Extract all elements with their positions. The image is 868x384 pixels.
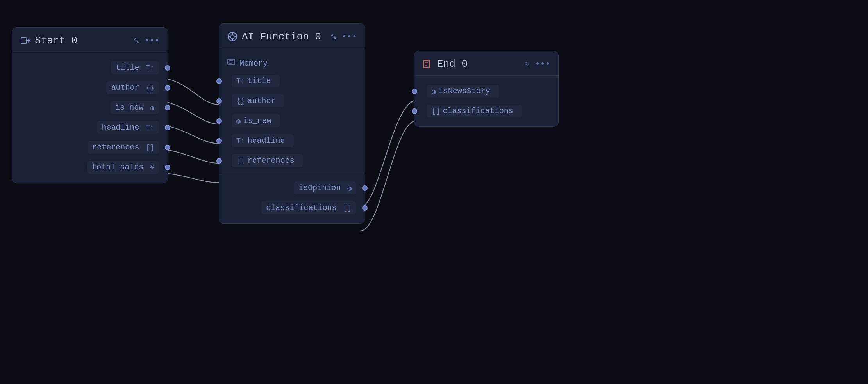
ai-is-new-port-in[interactable] [216, 118, 222, 124]
svg-point-2 [230, 35, 234, 39]
start-field-author: author {} [12, 78, 168, 98]
start-is-new-port[interactable] [165, 105, 170, 110]
ai-references-port-in[interactable] [216, 158, 222, 164]
start-edit-button[interactable]: ✎ [134, 36, 139, 46]
start-node-body: title T↑ author {} is_new ◑ [12, 52, 168, 183]
ai-function-node[interactable]: AI Function 0 ✎ ••• Memory [219, 23, 365, 224]
ai-node-header: AI Function 0 ✎ ••• [219, 24, 365, 48]
start-node[interactable]: Start 0 ✎ ••• title T↑ author {} [12, 27, 168, 183]
start-node-title: Start 0 [35, 35, 130, 46]
end-edit-button[interactable]: ✎ [524, 59, 529, 69]
ai-author-type: {} [236, 97, 245, 105]
ai-headline-label: headline [248, 136, 285, 145]
start-is-new-label: is_new [115, 103, 143, 112]
end-node-body: ◑ isNewsStory [] classifications [414, 76, 558, 126]
start-total-sales-type: # [150, 164, 154, 171]
ai-is-opinion-port-out[interactable] [362, 185, 368, 191]
end-is-news-story-type: ◑ [432, 87, 436, 96]
start-references-port[interactable] [165, 145, 170, 150]
svg-rect-0 [21, 38, 27, 43]
end-is-news-story-label: isNewsStory [439, 87, 490, 96]
ai-edit-button[interactable]: ✎ [331, 32, 336, 42]
ai-node-body: Memory T↑ title {} author [219, 48, 365, 223]
start-total-sales-label: total_sales [92, 163, 143, 172]
ai-references-type: [] [236, 157, 245, 165]
start-field-headline: headline T↑ [12, 117, 168, 137]
start-field-references: references [] [12, 137, 168, 157]
ai-is-new-type: ◑ [236, 117, 241, 125]
end-is-news-story-port-in[interactable] [412, 89, 417, 94]
start-title-port[interactable] [165, 65, 170, 71]
ai-output-section: isOpinion ◑ classifications [] [219, 173, 365, 218]
end-icon [422, 59, 433, 69]
start-node-header: Start 0 ✎ ••• [12, 28, 168, 52]
start-is-new-type: ◑ [150, 103, 154, 112]
ai-icon [227, 31, 238, 42]
start-field-title: title T↑ [12, 58, 168, 78]
start-headline-port[interactable] [165, 125, 170, 130]
start-more-button[interactable]: ••• [144, 36, 160, 46]
end-more-button[interactable]: ••• [535, 59, 550, 69]
memory-icon [227, 58, 236, 69]
start-references-type: [] [146, 144, 154, 151]
ai-title-type: T↑ [236, 77, 245, 85]
ai-classifications-type: [] [343, 204, 352, 212]
end-node-header: End 0 ✎ ••• [414, 51, 558, 76]
start-author-type: {} [146, 84, 154, 92]
end-classifications-type: [] [432, 107, 440, 115]
start-author-port[interactable] [165, 85, 170, 91]
start-total-sales-port[interactable] [165, 165, 170, 170]
ai-field-is-new: ◑ is_new [219, 111, 365, 131]
ai-author-port-in[interactable] [216, 98, 222, 104]
ai-field-is-opinion: isOpinion ◑ [219, 178, 365, 198]
start-field-total-sales: total_sales # [12, 157, 168, 177]
ai-classifications-label: classifications [266, 203, 336, 212]
end-classifications-port-in[interactable] [412, 108, 417, 114]
start-headline-label: headline [102, 123, 139, 132]
ai-field-classifications: classifications [] [219, 198, 365, 218]
ai-memory-label: Memory [239, 59, 268, 68]
ai-is-new-label: is_new [243, 116, 271, 125]
ai-is-opinion-label: isOpinion [298, 183, 341, 192]
ai-node-title: AI Function 0 [242, 31, 327, 43]
end-classifications-label: classifications [443, 107, 513, 116]
ai-title-label: title [248, 76, 271, 85]
ai-more-button[interactable]: ••• [341, 32, 357, 42]
ai-field-headline: T↑ headline [219, 131, 365, 151]
ai-field-references: [] references [219, 151, 365, 171]
ai-field-author: {} author [219, 91, 365, 111]
end-field-is-news-story: ◑ isNewsStory [414, 81, 558, 101]
ai-references-label: references [248, 156, 295, 165]
ai-headline-type: T↑ [236, 137, 245, 145]
ai-title-port-in[interactable] [216, 78, 222, 84]
end-field-classifications: [] classifications [414, 101, 558, 121]
ai-is-opinion-type: ◑ [347, 184, 352, 192]
ai-headline-port-in[interactable] [216, 138, 222, 144]
start-title-label: title [116, 63, 139, 72]
ai-classifications-port-out[interactable] [362, 205, 368, 211]
start-field-is-new: is_new ◑ [12, 98, 168, 117]
start-icon [20, 35, 31, 46]
ai-memory-row: Memory [219, 54, 365, 71]
start-author-label: author [111, 83, 139, 92]
end-node[interactable]: End 0 ✎ ••• ◑ isNewsStory [] classific [414, 51, 559, 127]
start-title-type: T↑ [146, 64, 154, 72]
ai-author-label: author [248, 96, 276, 105]
ai-field-title: T↑ title [219, 71, 365, 91]
start-headline-type: T↑ [146, 124, 154, 132]
start-references-label: references [92, 143, 139, 152]
end-node-title: End 0 [437, 58, 520, 70]
